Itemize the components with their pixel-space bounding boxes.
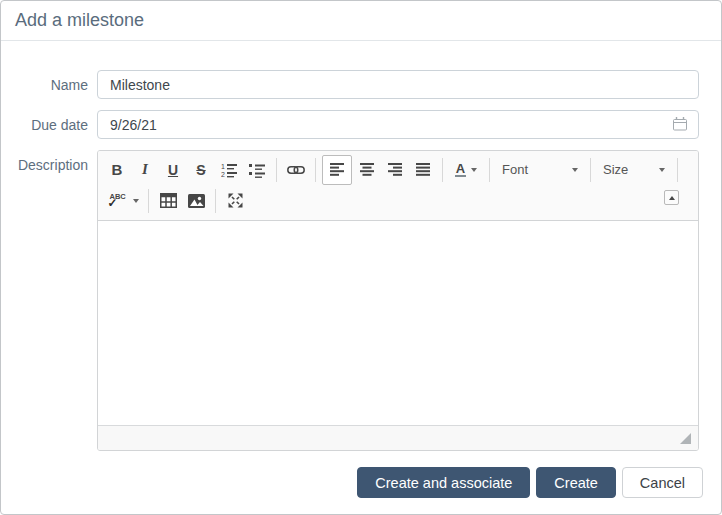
align-left-icon: [330, 163, 344, 176]
numbered-list-icon: 1 2: [221, 162, 238, 178]
name-label: Name: [1, 77, 97, 93]
description-label: Description: [1, 150, 97, 173]
cancel-button[interactable]: Cancel: [622, 467, 703, 498]
italic-button[interactable]: I: [132, 157, 158, 183]
align-center-button[interactable]: [354, 157, 380, 183]
toolbar-separator: [276, 158, 277, 182]
insert-image-button[interactable]: [183, 188, 209, 214]
align-center-icon: [360, 163, 374, 176]
bold-button[interactable]: B: [104, 157, 130, 183]
resize-handle-icon[interactable]: [680, 433, 691, 444]
link-button[interactable]: [283, 157, 309, 183]
collapse-toolbar-button[interactable]: [664, 190, 679, 205]
toolbar-separator: [442, 158, 443, 182]
toolbar-separator: [677, 158, 678, 182]
editor-toolbar: B I U S 1 2: [98, 151, 698, 221]
dialog-footer: Create and associate Create Cancel: [357, 467, 703, 498]
chevron-down-icon: [471, 168, 477, 172]
align-right-icon: [388, 163, 402, 176]
svg-text:2: 2: [221, 171, 225, 178]
spellcheck-icon: ABC ✓: [108, 192, 128, 210]
font-dropdown[interactable]: Font: [495, 158, 585, 182]
spellcheck-button[interactable]: ABC ✓: [104, 188, 142, 214]
text-color-button[interactable]: A: [449, 157, 483, 183]
name-row: Name: [1, 70, 699, 99]
toolbar-row-2: ABC ✓: [103, 185, 693, 216]
toolbar-separator: [590, 158, 591, 182]
numbered-list-button[interactable]: 1 2: [216, 157, 242, 183]
toolbar-separator: [315, 158, 316, 182]
align-right-button[interactable]: [382, 157, 408, 183]
link-icon: [287, 164, 305, 176]
editor-content-area[interactable]: [98, 221, 698, 425]
image-icon: [188, 194, 205, 208]
due-date-row: Due date: [1, 110, 699, 139]
create-and-associate-button[interactable]: Create and associate: [357, 467, 530, 498]
toolbar-separator: [148, 189, 149, 213]
calendar-icon[interactable]: [672, 116, 688, 132]
justify-icon: [416, 163, 430, 176]
insert-table-button[interactable]: [155, 188, 181, 214]
chevron-down-icon: [572, 168, 578, 172]
editor-status-bar: [98, 425, 698, 450]
description-row: Description B I U S 1 2: [1, 150, 699, 451]
bulleted-list-button[interactable]: [244, 157, 270, 183]
toolbar-separator: [489, 158, 490, 182]
justify-button[interactable]: [410, 157, 436, 183]
maximize-icon: [228, 193, 243, 208]
toolbar-row-1: B I U S 1 2: [103, 154, 693, 185]
toolbar-separator: [215, 189, 216, 213]
chevron-down-icon: [133, 199, 139, 203]
add-milestone-dialog: Add a milestone Name Due date: [0, 0, 722, 515]
dialog-header: Add a milestone: [1, 1, 721, 41]
name-input[interactable]: [97, 70, 699, 99]
due-date-input[interactable]: [97, 110, 699, 139]
table-icon: [160, 193, 177, 208]
milestone-form: Name Due date Description: [1, 41, 721, 451]
svg-text:1: 1: [221, 163, 225, 170]
collapse-toolbar-icon: [669, 196, 675, 200]
create-button[interactable]: Create: [536, 467, 616, 498]
size-dropdown[interactable]: Size: [596, 158, 672, 182]
chevron-down-icon: [659, 168, 665, 172]
underline-button[interactable]: U: [160, 157, 186, 183]
strikethrough-button[interactable]: S: [188, 157, 214, 183]
maximize-button[interactable]: [222, 188, 248, 214]
align-left-button[interactable]: [322, 155, 352, 185]
dialog-title: Add a milestone: [15, 10, 144, 31]
rich-text-editor: B I U S 1 2: [97, 150, 699, 451]
bulleted-list-icon: [249, 162, 265, 178]
due-date-label: Due date: [1, 117, 97, 133]
